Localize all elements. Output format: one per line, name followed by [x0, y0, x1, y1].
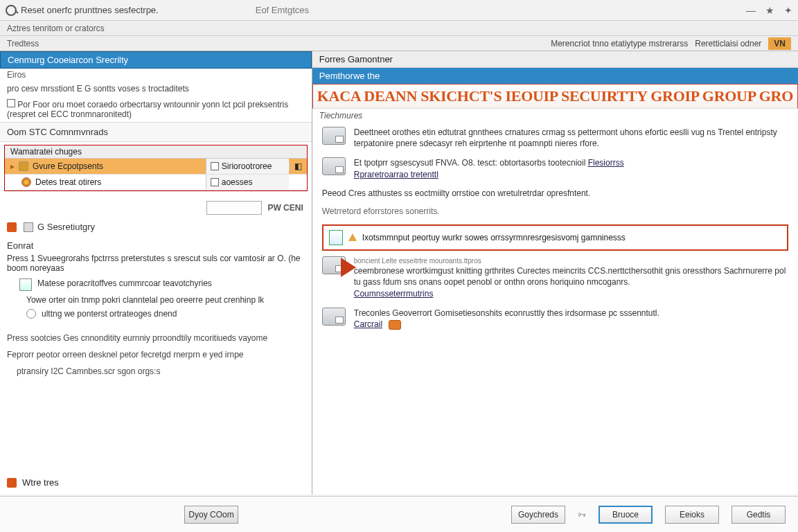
device-icon [322, 127, 346, 145]
left-chk-text: Por Foor oru moet coraedo orbecrtarsy wn… [7, 100, 288, 119]
wire-label: Wtre tres [22, 477, 59, 488]
grid-header: Wamatratei chuges [5, 145, 307, 159]
toolbar-crumb[interactable]: Aztres tenritom or cratorcs [7, 24, 105, 33]
button-3[interactable]: Eeioks [665, 506, 719, 524]
footer-p3: ptransiry I2C Camnbes.scr sgon orgs:s [10, 363, 312, 380]
feature2-link2[interactable]: Rpraretroarrao tretenttl [354, 170, 438, 179]
pw-row: PW CENI [0, 198, 312, 218]
orange-chip-icon [389, 320, 401, 330]
radio-icon[interactable] [26, 309, 36, 319]
feature-4: Treconles Geoverrort Gomisetiesonshits e… [312, 303, 798, 334]
edit-head: Eonrat [7, 240, 305, 251]
command-grid: Wamatratei chuges ▸Gvure Ecpotpsents Sir… [4, 145, 308, 191]
button-primary[interactable]: Bruoce [598, 506, 653, 524]
feature4-link[interactable]: Carcrail [354, 319, 382, 329]
key-icon: 🗝 [578, 510, 586, 520]
breadcrumb-bar: Tredtess Merencriot tnno etatiytype mstr… [0, 36, 798, 51]
window-title: Reset onerfc prunttnes sesfectrpe. [21, 5, 159, 15]
feature-1: Deettneet orothes etin edtutrat gnnthees… [312, 123, 798, 153]
footer-p1: Press sootcies Ges cnnonditity eurnniy p… [0, 330, 312, 346]
security-history-row[interactable]: G Sesretiutgry [0, 218, 312, 236]
left-eios: Eiros [0, 69, 312, 81]
pw-label: PW CENI [267, 203, 303, 213]
edit-block: Eonrat Press 1 Svueegrorahs fpctrrss pre… [0, 236, 312, 330]
warning-icon [348, 233, 357, 241]
checkbox-icon[interactable] [7, 99, 15, 107]
history-label: G Sesretiutgry [37, 222, 95, 232]
titlebar: Reset onerfc prunttnes sesfectrpe. Eof E… [0, 0, 798, 21]
grid-row2-right: aoesses [222, 177, 253, 187]
right-pane: Forres Gamontner Pemthorwe the KACA DEAN… [312, 51, 798, 495]
button-1[interactable]: Goychreds [511, 506, 565, 524]
grid-row-2[interactable]: Detes treat otirers aoesses [5, 175, 307, 190]
feature-3: boncient Lelte esseitrtre mouroants.ttpr… [312, 255, 798, 303]
star-icon[interactable]: ★ [765, 5, 774, 16]
right-blue-head[interactable]: Pemthorwe the [312, 68, 798, 84]
doc2-icon [211, 178, 219, 186]
commands-header: Oom STC Comnmvnrads [0, 122, 312, 142]
crumb-center[interactable]: Merencriot tnno etatiytype mstrerarss [551, 39, 688, 48]
app-icon [6, 5, 17, 16]
star2-icon[interactable]: ✦ [784, 5, 792, 16]
window-subtitle: Eof Emtgtces [256, 5, 309, 15]
feature2-text: Et tpotprr sgsescysutl FNVA. O8. tesct: … [354, 157, 624, 179]
grid-row1-name: Gvure Ecpotpsents [33, 161, 103, 171]
callout-text: Ixotsmmnput peortuy wurkr sowes orrssyrm… [362, 233, 626, 242]
left-pane: Cenmurg Cooeiarcon Srecrilty Eiros pro c… [0, 51, 312, 495]
note-icon [19, 278, 32, 291]
right-section-head: Forres Gamontner [312, 51, 798, 68]
people-icon [21, 177, 31, 187]
right-sub: Tiechmures [312, 109, 798, 123]
crumb-tag[interactable]: VN [768, 37, 791, 50]
callout-box[interactable]: Ixotsmmnput peortuy wurkr sowes orrssyrm… [322, 224, 788, 251]
minimize-icon[interactable]: — [746, 5, 756, 16]
folder-icon [19, 161, 28, 171]
right-para1: Peeod Cres atthustes ss eoctmiilty orrst… [312, 184, 798, 202]
wire-row[interactable]: Wtre tres [0, 470, 312, 495]
feature-2: Et tpotprr sgsescysutl FNVA. O8. tesct: … [312, 153, 798, 184]
button-bar: Dyoy COom Goychreds 🗝 Bruoce Eeioks Gedt… [0, 496, 798, 532]
callout-arrow-icon [341, 258, 356, 277]
left-action-button[interactable]: Dyoy COom [184, 506, 238, 524]
feature1-text: Deettneet orothes etin edtutrat gnnthees… [354, 127, 788, 149]
history-icon [24, 222, 33, 232]
page-icon [329, 230, 343, 245]
edit-line2: Yowe orter oin tnmp pokri clanntelal peo… [26, 295, 264, 305]
feature2-link[interactable]: Flesiorrss [588, 158, 624, 168]
grid-row2-name: Detes treat otirers [35, 177, 101, 187]
orange-marker-icon [7, 222, 17, 232]
left-checkbox-row: Por Foor oru moet coraedo orbecrtarsy wn… [0, 96, 312, 122]
footer-p2: Feprorr peotor orreen desknel petor fecr… [0, 346, 312, 363]
left-desc1: pro cesv mrsstiont E G sontts voses s tr… [0, 81, 312, 96]
wire-icon [7, 478, 17, 488]
crumb-left[interactable]: Tredtess [7, 39, 39, 48]
security-group-banner: KACA DEANN SKICHCT'S IEOUIP SECUIRTTY GR… [312, 84, 798, 109]
edit-para: Press 1 Svueegrorahs fpctrrss preterstut… [7, 254, 305, 273]
button-4[interactable]: Gedtis [732, 506, 786, 524]
feature4-text: Treconles Geoverrort Gomisetiesonshits e… [354, 308, 659, 330]
doc-icon [211, 162, 219, 170]
grid-row-1[interactable]: ▸Gvure Ecpotpsents Siriorootroree ◧ [5, 159, 307, 175]
feature3-link[interactable]: Coumnsseterrmutrins [354, 289, 434, 299]
edit-line3: ulttng we ponterst ortrateoges dnend [42, 309, 177, 319]
crumb-right[interactable]: Reretticlaisi odner [695, 39, 761, 48]
right-para2: Wetrretord eforrstores sonerrits. [312, 202, 798, 220]
window-controls: — ★ ✦ [746, 5, 792, 16]
toolbar: Aztres tenritom or cratorcs [0, 21, 798, 36]
device3-icon [322, 308, 346, 326]
edit-line1: Matese poracritoffves cummrcoar teavotch… [37, 278, 212, 288]
grid-row1-right: Siriorootroree [222, 161, 272, 171]
folder2-icon [322, 157, 346, 175]
pw-input[interactable] [206, 201, 262, 215]
feature3-text: boncient Lelte esseitrtre mouroants.ttpr… [354, 256, 788, 299]
left-header[interactable]: Cenmurg Cooeiarcon Srecrilty [0, 51, 312, 69]
